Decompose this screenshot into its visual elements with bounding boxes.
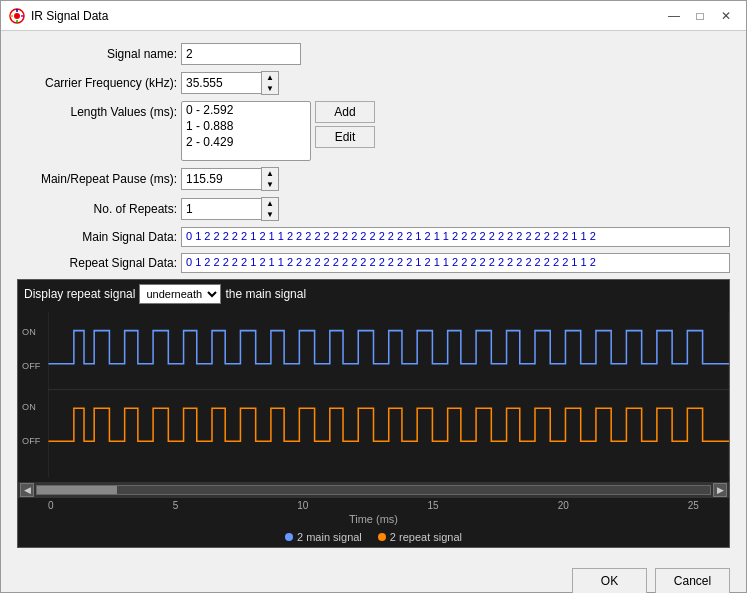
position-select[interactable]: underneath above overlay — [139, 284, 221, 304]
ok-button[interactable]: OK — [572, 568, 647, 594]
length-value-0[interactable]: 0 - 2.592 — [182, 102, 310, 118]
svg-point-1 — [14, 13, 20, 19]
svg-text:OFF: OFF — [22, 436, 41, 446]
signal-name-label: Signal name: — [17, 47, 177, 61]
edit-button[interactable]: Edit — [315, 126, 375, 148]
scroll-left-button[interactable]: ◀ — [20, 483, 34, 497]
waveform-svg: ON OFF ON OFF — [18, 312, 729, 478]
title-text: IR Signal Data — [31, 9, 108, 23]
pause-down[interactable]: ▼ — [262, 179, 278, 190]
repeats-up[interactable]: ▲ — [262, 198, 278, 209]
window-icon — [9, 8, 25, 24]
listbox-buttons: Add Edit — [315, 101, 375, 148]
length-values-row: Length Values (ms): 0 - 2.592 1 - 0.888 … — [17, 101, 730, 161]
pause-input[interactable] — [181, 168, 261, 190]
legend-main-dot — [285, 533, 293, 541]
legend-repeat: 2 repeat signal — [378, 531, 462, 543]
svg-text:ON: ON — [22, 402, 36, 412]
ir-signal-window: IR Signal Data — □ ✕ Signal name: Carrie… — [0, 0, 747, 593]
scroll-right-button[interactable]: ▶ — [713, 483, 727, 497]
legend-repeat-label: 2 repeat signal — [390, 531, 462, 543]
repeats-label: No. of Repeats: — [17, 202, 177, 216]
legend-main-label: 2 main signal — [297, 531, 362, 543]
chart-header: Display repeat signal underneath above o… — [18, 280, 729, 308]
repeat-signal-label: Repeat Signal Data: — [17, 256, 177, 270]
repeats-spin-btns: ▲ ▼ — [261, 197, 279, 221]
scroll-track[interactable] — [36, 485, 711, 495]
signal-name-row: Signal name: — [17, 43, 730, 65]
carrier-freq-up[interactable]: ▲ — [262, 72, 278, 83]
length-values-listbox[interactable]: 0 - 2.592 1 - 0.888 2 - 0.429 — [181, 101, 311, 161]
title-controls: — □ ✕ — [662, 6, 738, 26]
add-button[interactable]: Add — [315, 101, 375, 123]
main-signal-row: Main Signal Data: 0 1 2 2 2 2 2 1 2 1 1 … — [17, 227, 730, 247]
svg-text:ON: ON — [22, 327, 36, 337]
carrier-freq-down[interactable]: ▼ — [262, 83, 278, 94]
length-value-2[interactable]: 2 - 0.429 — [182, 134, 310, 150]
footer: OK Cancel — [1, 560, 746, 594]
pause-row: Main/Repeat Pause (ms): ▲ ▼ — [17, 167, 730, 191]
length-value-1[interactable]: 1 - 0.888 — [182, 118, 310, 134]
carrier-freq-row: Carrier Frequency (kHz): ▲ ▼ — [17, 71, 730, 95]
signal-name-input[interactable] — [181, 43, 301, 65]
legend-row: 2 main signal 2 repeat signal — [18, 527, 729, 547]
display-repeat-label: Display repeat signal — [24, 287, 135, 301]
pause-label: Main/Repeat Pause (ms): — [17, 172, 177, 186]
main-content: Signal name: Carrier Frequency (kHz): ▲ … — [1, 31, 746, 560]
x-tick-15: 15 — [427, 500, 438, 511]
minimize-button[interactable]: — — [662, 6, 686, 26]
close-button[interactable]: ✕ — [714, 6, 738, 26]
svg-text:OFF: OFF — [22, 361, 41, 371]
x-axis-labels: 0 5 10 15 20 25 — [18, 498, 729, 511]
x-tick-10: 10 — [297, 500, 308, 511]
repeats-down[interactable]: ▼ — [262, 209, 278, 220]
main-signal-text: the main signal — [225, 287, 306, 301]
carrier-freq-label: Carrier Frequency (kHz): — [17, 76, 177, 90]
title-bar: IR Signal Data — □ ✕ — [1, 1, 746, 31]
chart-section: Display repeat signal underneath above o… — [17, 279, 730, 548]
x-tick-0: 0 — [48, 500, 54, 511]
repeat-signal-row: Repeat Signal Data: 0 1 2 2 2 2 2 1 2 1 … — [17, 253, 730, 273]
x-axis-title: Time (ms) — [18, 511, 729, 527]
legend-repeat-dot — [378, 533, 386, 541]
chart-area: ON OFF ON OFF — [18, 308, 729, 482]
scrollbar-row: ◀ ▶ — [18, 482, 729, 498]
repeats-spinner: ▲ ▼ — [181, 197, 279, 221]
title-bar-left: IR Signal Data — [9, 8, 108, 24]
repeats-input[interactable] — [181, 198, 261, 220]
pause-up[interactable]: ▲ — [262, 168, 278, 179]
main-signal-value: 0 1 2 2 2 2 2 1 2 1 1 2 2 2 2 2 2 2 2 2 … — [181, 227, 730, 247]
cancel-button[interactable]: Cancel — [655, 568, 730, 594]
repeats-row: No. of Repeats: ▲ ▼ — [17, 197, 730, 221]
pause-spinner: ▲ ▼ — [181, 167, 279, 191]
carrier-freq-spin-btns: ▲ ▼ — [261, 71, 279, 95]
repeat-signal-value: 0 1 2 2 2 2 2 1 2 1 1 2 2 2 2 2 2 2 2 2 … — [181, 253, 730, 273]
x-tick-25: 25 — [688, 500, 699, 511]
x-tick-20: 20 — [558, 500, 569, 511]
main-signal-label: Main Signal Data: — [17, 230, 177, 244]
legend-main: 2 main signal — [285, 531, 362, 543]
length-values-label: Length Values (ms): — [17, 101, 177, 119]
maximize-button[interactable]: □ — [688, 6, 712, 26]
carrier-freq-spinner: ▲ ▼ — [181, 71, 279, 95]
x-tick-5: 5 — [173, 500, 179, 511]
carrier-freq-input[interactable] — [181, 72, 261, 94]
pause-spin-btns: ▲ ▼ — [261, 167, 279, 191]
scroll-thumb — [37, 486, 117, 494]
